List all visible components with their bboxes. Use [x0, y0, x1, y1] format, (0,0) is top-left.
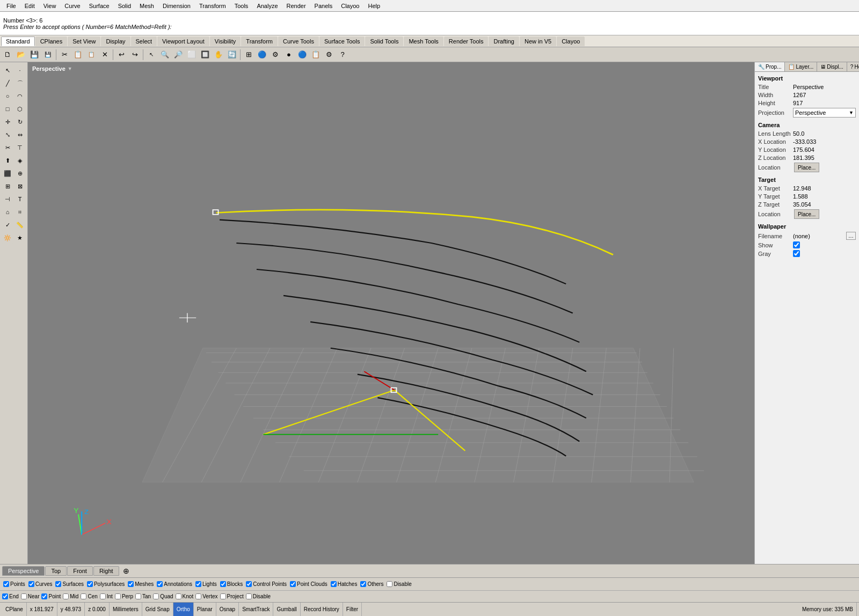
tool-open[interactable]: 📂 — [14, 48, 27, 61]
tool-save-small[interactable]: 💾 — [41, 48, 54, 61]
menu-surface[interactable]: Surface — [85, 2, 114, 10]
menu-help[interactable]: Help — [363, 2, 384, 10]
menu-view[interactable]: View — [39, 2, 61, 10]
tool-zoom-extents[interactable]: ⬜ — [185, 48, 198, 61]
right-tab-layers[interactable]: 📋 Layer... — [785, 62, 817, 71]
cb-controlpoints[interactable] — [246, 581, 252, 587]
tool-help[interactable]: ? — [336, 48, 349, 61]
tab-viewport-layout[interactable]: Viewport Layout — [157, 36, 209, 46]
tab-solid-tools[interactable]: Solid Tools — [365, 36, 403, 46]
menu-panels[interactable]: Panels — [310, 2, 337, 10]
osnap-near-cb[interactable] — [21, 593, 27, 599]
lt-mesh2[interactable]: ⊠ — [14, 180, 26, 192]
tool-cut[interactable]: ✂ — [58, 48, 71, 61]
vtab-add[interactable]: ⊕ — [120, 566, 133, 576]
osnap-cen-cb[interactable] — [81, 593, 86, 599]
lt-line[interactable]: ╱ — [2, 77, 13, 89]
vtab-front[interactable]: Front — [67, 566, 93, 576]
tool-new[interactable]: 🗋 — [1, 48, 14, 61]
tool-shade[interactable]: 🔵 — [256, 48, 268, 61]
prop-cam-place-btn[interactable]: Place... — [794, 163, 819, 172]
tool-render2[interactable]: ● — [282, 48, 295, 61]
tool-undo[interactable]: ↩ — [115, 48, 128, 61]
right-tab-display[interactable]: 🖥 Displ... — [817, 62, 847, 71]
tool-save[interactable]: 💾 — [28, 48, 41, 61]
lt-mirror[interactable]: ⇔ — [14, 129, 26, 141]
lt-scale[interactable]: ⤡ — [2, 129, 13, 141]
tab-standard[interactable]: Standard — [1, 36, 35, 46]
lt-polygon[interactable]: ⬡ — [14, 103, 26, 115]
tab-setview[interactable]: Set View — [68, 36, 100, 46]
lt-solid[interactable]: ⬛ — [2, 167, 13, 179]
menu-dimension[interactable]: Dimension — [158, 2, 195, 10]
cb-blocks[interactable] — [220, 581, 226, 587]
prop-show-checkbox[interactable] — [793, 241, 800, 248]
tab-select[interactable]: Select — [131, 36, 157, 46]
osnap-int-cb[interactable] — [100, 593, 106, 599]
status-filter[interactable]: Filter — [343, 603, 362, 616]
lt-measure[interactable]: 📏 — [14, 219, 26, 231]
menu-file[interactable]: File — [2, 2, 20, 10]
lt-pt-edit[interactable]: ⌂ — [2, 206, 13, 218]
osnap-tan-cb[interactable] — [135, 593, 141, 599]
lt-analysis[interactable]: ✓ — [2, 219, 13, 231]
tab-visibility[interactable]: Visibility — [210, 36, 241, 46]
vtab-top[interactable]: Top — [45, 566, 67, 576]
lt-render4[interactable]: ★ — [14, 232, 26, 244]
lt-circle[interactable]: ○ — [2, 90, 13, 102]
tool-options[interactable]: ⚙ — [323, 48, 336, 61]
cb-polysurfaces[interactable] — [87, 581, 93, 587]
lt-dims[interactable]: ⊣ — [2, 193, 13, 205]
prop-gray-checkbox[interactable] — [793, 250, 800, 257]
tool-zoom-window[interactable]: 🔍 — [158, 48, 171, 61]
menu-analyze[interactable]: Analyze — [252, 2, 282, 10]
lt-split[interactable]: ⊤ — [14, 142, 26, 153]
prop-filename-browse[interactable]: … — [846, 232, 856, 240]
lt-pt-edit2[interactable]: ⌗ — [14, 206, 26, 218]
cb-lights[interactable] — [195, 581, 201, 587]
tool-copy[interactable]: 📋 — [71, 48, 84, 61]
prop-projection-dropdown[interactable]: Perspective ▼ — [793, 108, 856, 118]
osnap-disable-cb[interactable] — [246, 593, 252, 599]
menu-edit[interactable]: Edit — [20, 2, 39, 10]
status-record-history[interactable]: Record History — [301, 603, 343, 616]
cb-points[interactable] — [3, 581, 9, 587]
tab-clayoo[interactable]: Clayoo — [557, 36, 585, 46]
cb-others[interactable] — [360, 581, 366, 587]
cb-pointclouds[interactable] — [290, 581, 296, 587]
tool-delete[interactable]: ✕ — [98, 48, 111, 61]
status-smarttrack[interactable]: SmartTrack — [239, 603, 273, 616]
menu-curve[interactable]: Curve — [60, 2, 84, 10]
menu-clayoo[interactable]: Clayoo — [337, 2, 363, 10]
tool-sphere[interactable]: 🔵 — [296, 48, 309, 61]
osnap-mid-cb[interactable] — [63, 593, 69, 599]
tab-render-tools[interactable]: Render Tools — [444, 36, 489, 46]
menu-render[interactable]: Render — [282, 2, 310, 10]
osnap-vertex-cb[interactable] — [195, 593, 201, 599]
vtab-right[interactable]: Right — [93, 566, 119, 576]
osnap-project-cb[interactable] — [220, 593, 226, 599]
lt-rotate[interactable]: ↻ — [14, 116, 26, 128]
prop-tgt-place-btn[interactable]: Place... — [794, 209, 819, 219]
tab-new-v5[interactable]: New in V5 — [520, 36, 556, 46]
osnap-knot-cb[interactable] — [176, 593, 181, 599]
menu-solid[interactable]: Solid — [114, 2, 135, 10]
cb-disable[interactable] — [387, 581, 392, 587]
tool-layers[interactable]: 📋 — [309, 48, 322, 61]
right-tab-properties[interactable]: 🔧 Prop... — [755, 62, 785, 71]
cb-surfaces[interactable] — [55, 581, 61, 587]
lt-move[interactable]: ✛ — [2, 116, 13, 128]
cb-hatches[interactable] — [331, 581, 337, 587]
cb-annotations[interactable] — [157, 581, 163, 587]
osnap-quad-cb[interactable] — [153, 593, 159, 599]
tab-transform[interactable]: Transform — [241, 36, 278, 46]
tool-grid[interactable]: ⊞ — [242, 48, 255, 61]
tool-pan[interactable]: ✋ — [212, 48, 225, 61]
tool-select[interactable]: ↖ — [145, 48, 158, 61]
status-osnap[interactable]: Osnap — [216, 603, 239, 616]
osnap-end-cb[interactable] — [2, 593, 8, 599]
right-tab-help[interactable]: ? Help — [847, 62, 859, 71]
tab-mesh-tools[interactable]: Mesh Tools — [404, 36, 443, 46]
tool-render[interactable]: ⚙ — [269, 48, 282, 61]
cb-meshes[interactable] — [128, 581, 134, 587]
